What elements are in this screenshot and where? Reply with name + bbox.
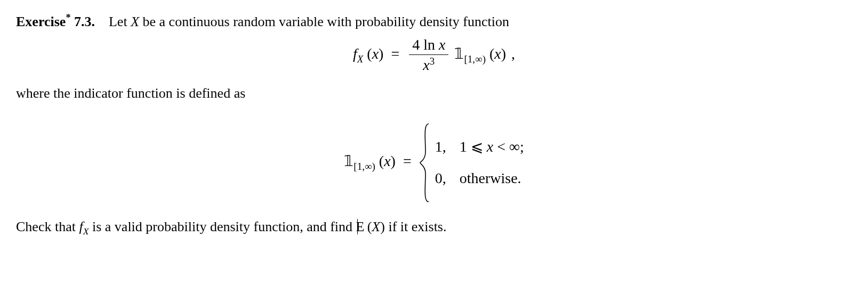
case1-value: 1, — [435, 136, 450, 158]
exercise-label: Exercise* 7.3. — [16, 14, 98, 29]
open-paren-2: ( — [489, 45, 494, 62]
exercise-number: 7.3. — [74, 14, 95, 29]
f-subscript-2: X — [83, 226, 89, 237]
exercise-star: * — [66, 12, 70, 23]
fX-symbol: fX — [353, 45, 367, 62]
equals-sign: = — [391, 45, 399, 62]
case-2: 0, otherwise. — [435, 168, 524, 190]
case2-value: 0, — [435, 168, 450, 190]
num-const: 4 ln — [412, 36, 439, 53]
indicator-intro: where the indicator function is defined … — [16, 83, 852, 104]
open-paren-3: ( — [379, 153, 384, 169]
trailing-comma: , — [511, 45, 515, 62]
denominator: x3 — [409, 55, 448, 74]
final-text-3: if it exists. — [388, 219, 446, 234]
cases-body: 1, 1 ⩽ x < ∞; 0, otherwise. — [435, 127, 524, 199]
close-paren-2: ) — [501, 45, 506, 62]
indicator-range-2: [1,∞) — [353, 161, 375, 172]
indicator-symbol-2: 𝟙 — [344, 153, 353, 169]
indicator-symbol: 𝟙 — [454, 45, 464, 62]
final-text-1: Check that — [16, 219, 79, 234]
pdf-equation: fX (x) = 4 ln x x3 𝟙[1,∞) (x) , — [16, 37, 852, 74]
x-arg: x — [372, 45, 379, 62]
numerator: 4 ln x — [409, 37, 448, 55]
x-arg-2: x — [494, 45, 501, 62]
case2-cond: otherwise. — [460, 168, 521, 190]
intro-text-1: Let — [109, 14, 131, 29]
x-arg-3: x — [384, 153, 390, 169]
den-x: x — [423, 57, 429, 73]
close-paren: ) — [379, 45, 383, 62]
expectation-symbol: E — [356, 217, 365, 237]
f-letter: f — [353, 45, 357, 62]
piecewise: 1, 1 ⩽ x < ∞; 0, otherwise. — [419, 123, 524, 203]
case-1: 1, 1 ⩽ x < ∞; — [435, 136, 524, 158]
fX-symbol-2: fX — [79, 219, 92, 234]
case1-cond: 1 ⩽ x < ∞; — [460, 136, 524, 158]
open-paren: ( — [367, 45, 372, 62]
intro-text-2: be a continuous random variable with pro… — [143, 14, 509, 29]
den-exp: 3 — [430, 56, 435, 67]
equals-sign-2: = — [403, 153, 412, 169]
num-x: x — [439, 36, 445, 53]
exercise-word: Exercise — [16, 14, 66, 29]
indicator-definition: 𝟙[1,∞) (x) = 1, 1 ⩽ x < ∞; 0, otherwise. — [16, 123, 852, 203]
E-arg-X: X — [372, 219, 380, 234]
indicator-range: [1,∞) — [464, 53, 486, 65]
f-subscript: X — [357, 53, 364, 65]
close-paren-3: ) — [391, 153, 396, 169]
left-brace-icon — [419, 123, 431, 203]
random-variable-X: X — [131, 14, 139, 29]
final-text-2: is a valid probability density function,… — [92, 219, 356, 234]
final-line: Check that fX is a valid probability den… — [16, 217, 852, 239]
E-close-paren: ) — [380, 219, 385, 234]
exercise-line: Exercise* 7.3. Let X be a continuous ran… — [16, 11, 852, 32]
fraction: 4 ln x x3 — [409, 37, 448, 74]
f-letter-2: f — [79, 219, 83, 234]
